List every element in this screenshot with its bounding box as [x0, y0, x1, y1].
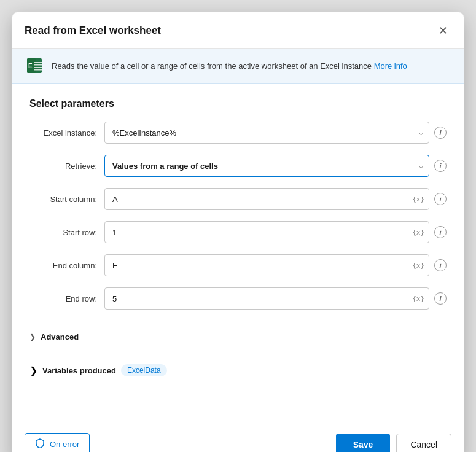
end-column-label: End column: [29, 261, 97, 270]
on-error-label: On error [50, 440, 79, 449]
variables-produced-label: Variables produced [42, 366, 116, 375]
dialog-header: Read from Excel worksheet ✕ [12, 12, 464, 49]
excel-icon: E [25, 56, 44, 76]
close-button[interactable]: ✕ [434, 22, 451, 39]
end-column-input[interactable] [104, 254, 429, 276]
retrieve-label: Retrieve: [29, 162, 97, 171]
end-column-input-container: {x} [104, 254, 429, 276]
start-row-input[interactable] [104, 221, 429, 243]
end-row-input[interactable] [104, 287, 429, 310]
svg-text:E: E [28, 63, 33, 69]
info-banner-text: Reads the value of a cell or a range of … [52, 61, 407, 71]
dialog-footer: On error Save Cancel [12, 424, 464, 452]
retrieve-select-container: Single cell value Values from a range of… [104, 155, 429, 177]
end-column-info-icon[interactable]: i [434, 259, 447, 271]
end-column-control: {x} i [104, 254, 447, 276]
end-column-row: End column: {x} i [29, 254, 447, 276]
end-row-row: End row: {x} i [29, 287, 447, 310]
start-column-control: {x} i [104, 188, 447, 210]
retrieve-control: Single cell value Values from a range of… [104, 155, 447, 177]
excel-instance-info-icon[interactable]: i [434, 127, 447, 139]
retrieve-row: Retrieve: Single cell value Values from … [29, 155, 447, 177]
start-row-input-container: {x} [104, 221, 429, 243]
end-row-input-container: {x} [104, 287, 429, 310]
start-column-row: Start column: {x} i [29, 188, 447, 210]
excel-instance-control: %ExcelInstance% ⌵ i [104, 122, 447, 144]
end-row-info-icon[interactable]: i [434, 292, 447, 305]
svg-rect-4 [34, 64, 42, 66]
info-banner: E Reads the value of a cell or a range o… [12, 49, 464, 84]
shield-icon [35, 438, 45, 450]
advanced-label: Advanced [41, 332, 79, 341]
cancel-button[interactable]: Cancel [396, 434, 451, 453]
close-icon: ✕ [439, 24, 448, 37]
start-row-info-icon[interactable]: i [434, 226, 447, 238]
dialog-title: Read from Excel worksheet [25, 25, 161, 37]
start-row-row: Start row: {x} i [29, 221, 447, 243]
start-column-input[interactable] [104, 188, 429, 210]
start-column-input-container: {x} [104, 188, 429, 210]
start-column-info-icon[interactable]: i [434, 193, 447, 205]
dialog-body: Select parameters Excel instance: %Excel… [12, 84, 464, 424]
end-row-control: {x} i [104, 287, 447, 310]
start-row-control: {x} i [104, 221, 447, 243]
start-row-label: Start row: [29, 228, 97, 237]
variables-chevron-icon: ❯ [29, 365, 37, 376]
on-error-button[interactable]: On error [25, 433, 90, 452]
section-title: Select parameters [29, 98, 447, 109]
retrieve-info-icon[interactable]: i [434, 160, 447, 172]
advanced-section[interactable]: ❯ Advanced [29, 326, 447, 348]
divider-2 [29, 353, 447, 353]
dialog: Read from Excel worksheet ✕ E Reads the … [12, 12, 464, 452]
svg-rect-5 [34, 67, 42, 68]
variables-produced-section[interactable]: ❯ Variables produced ExcelData [29, 358, 447, 383]
excel-instance-select-container: %ExcelInstance% ⌵ [104, 122, 429, 144]
excel-instance-row: Excel instance: %ExcelInstance% ⌵ i [29, 122, 447, 144]
excel-data-badge: ExcelData [121, 364, 167, 376]
svg-rect-3 [34, 62, 42, 63]
save-button[interactable]: Save [336, 434, 391, 453]
excel-instance-label: Excel instance: [29, 128, 97, 138]
more-info-link[interactable]: More info [374, 61, 407, 71]
svg-rect-6 [34, 69, 42, 71]
advanced-chevron-icon: ❯ [29, 333, 36, 341]
retrieve-select[interactable]: Single cell value Values from a range of… [104, 155, 429, 177]
end-row-label: End row: [29, 294, 97, 303]
excel-instance-select[interactable]: %ExcelInstance% [104, 122, 429, 144]
divider-1 [29, 321, 447, 321]
start-column-label: Start column: [29, 195, 97, 204]
footer-actions: Save Cancel [336, 434, 451, 453]
